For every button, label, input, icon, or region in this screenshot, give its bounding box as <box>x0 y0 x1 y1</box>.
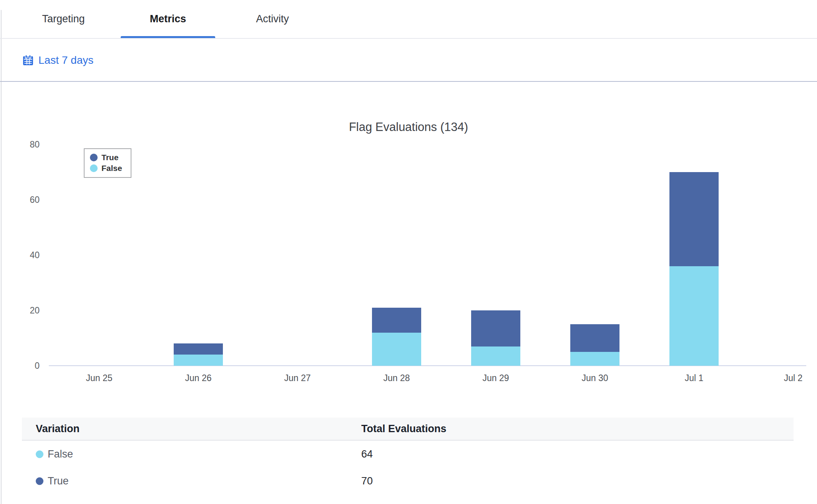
x-axis-tick-label: Jun 25 <box>65 373 134 383</box>
variation-false-swatch-icon <box>36 450 43 458</box>
column-header-variation: Variation <box>36 423 80 435</box>
bar-segment-true[interactable] <box>372 308 421 333</box>
tab-metrics-label: Metrics <box>150 13 186 25</box>
variation-total: 64 <box>361 448 373 460</box>
tab-activity-label: Activity <box>256 13 289 25</box>
table-row[interactable]: False 64 <box>22 441 794 468</box>
x-axis-tick-label: Jun 30 <box>560 373 629 383</box>
plot-area: 020406080Jun 25Jun 26Jun 27Jun 28Jun 29J… <box>0 83 817 418</box>
bar-segment-false[interactable] <box>669 266 719 366</box>
y-axis-tick-label: 0 <box>12 360 40 371</box>
y-axis-tick-label: 20 <box>12 305 40 316</box>
bar-segment-true[interactable] <box>570 324 619 352</box>
bar-segment-false[interactable] <box>174 355 223 366</box>
date-range-label: Last 7 days <box>38 54 93 66</box>
tab-bar: Targeting Metrics Activity <box>0 0 817 39</box>
x-axis-tick-label: Jun 27 <box>263 373 332 383</box>
x-axis-tick-label: Jul 2 <box>759 373 817 383</box>
table-header-row: Variation Total Evaluations <box>22 418 794 441</box>
x-axis-tick-label: Jun 29 <box>461 373 530 383</box>
x-axis-tick-label: Jun 28 <box>362 373 431 383</box>
bar-segment-false[interactable] <box>570 352 619 366</box>
bar-segment-true[interactable] <box>669 172 719 266</box>
tab-activity[interactable]: Activity <box>225 0 320 38</box>
flag-evaluations-chart: Flag Evaluations (134) True False 020406… <box>0 83 817 418</box>
variations-table: Variation Total Evaluations False 64 Tru… <box>22 418 794 494</box>
variation-name: True <box>48 475 69 487</box>
y-axis-tick-label: 60 <box>12 194 40 205</box>
variation-true-swatch-icon <box>36 477 43 485</box>
variation-name: False <box>48 448 73 460</box>
bar-segment-false[interactable] <box>372 333 421 366</box>
tab-targeting-label: Targeting <box>42 13 85 25</box>
y-axis-tick-label: 80 <box>12 139 40 150</box>
bar-segment-true[interactable] <box>174 343 223 355</box>
column-header-total-evaluations: Total Evaluations <box>361 423 447 435</box>
bar-segment-false[interactable] <box>471 346 520 366</box>
date-range-selector[interactable]: Last 7 days <box>22 54 93 66</box>
tab-targeting[interactable]: Targeting <box>16 0 111 38</box>
tab-metrics[interactable]: Metrics <box>121 0 215 38</box>
bar-segment-true[interactable] <box>471 310 520 346</box>
table-row[interactable]: True 70 <box>22 468 794 494</box>
calendar-icon <box>22 55 34 66</box>
x-axis-tick-label: Jul 1 <box>659 373 729 383</box>
y-axis-tick-label: 40 <box>12 250 40 260</box>
flag-detail-page: Targeting Metrics Activity <box>0 0 817 504</box>
filter-bar: Last 7 days <box>0 40 817 82</box>
x-axis-tick-label: Jun 26 <box>164 373 233 383</box>
variation-total: 70 <box>361 475 373 487</box>
